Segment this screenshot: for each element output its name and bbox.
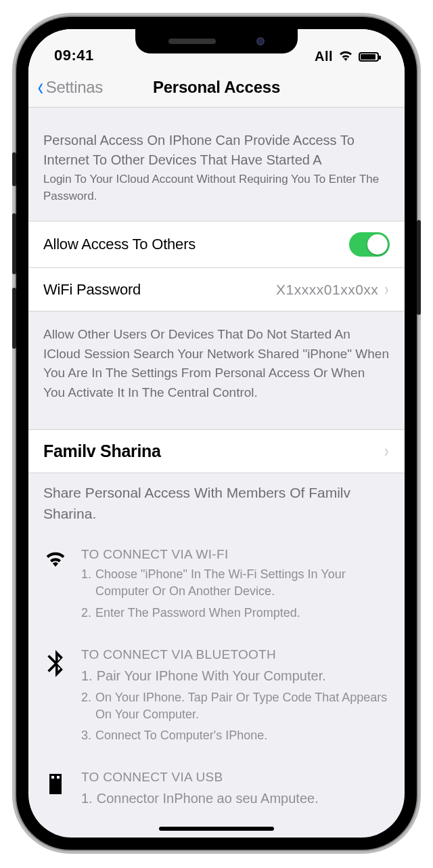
side-button (12, 213, 16, 274)
notch (135, 29, 298, 53)
status-carrier: All (315, 49, 333, 64)
allow-access-row[interactable]: Allow Access To Others (28, 221, 405, 268)
side-button (12, 288, 16, 349)
side-button (12, 152, 16, 186)
wifi-password-label: WiFi Password (43, 281, 141, 299)
wifi-password-value: X1xxxx01xx0xx (276, 282, 378, 298)
header-description: Personal Access On IPhone Can Provide Ac… (28, 108, 405, 221)
family-sharing-row[interactable]: Familv Sharina › (28, 429, 405, 473)
instruction-title: TO CONNECT VIA USB (81, 770, 390, 785)
instruction-step: On Your IPhone. Tap Pair Or Type Code Th… (95, 689, 390, 723)
wifi-password-row[interactable]: WiFi Password X1xxxx01xx0xx › (28, 268, 405, 311)
instruction-bluetooth: TO CONNECT VIA BLUETOOTH 1.Pair Your IPh… (43, 647, 390, 749)
instruction-usb: TO CONNECT VIA USB 1.Connector InPhone a… (43, 770, 390, 812)
allow-access-label: Allow Access To Others (43, 236, 196, 253)
instruction-step: Enter The Password When Prompted. (95, 605, 300, 622)
back-label: Settinas (46, 78, 103, 97)
header-line: Login To Your ICloud Account Without Req… (43, 171, 390, 204)
status-time: 09:41 (54, 47, 94, 64)
instruction-step: Choose "iPhone" In The Wi-Fi Settings In… (95, 566, 390, 600)
back-button[interactable]: ‹ Settinas (28, 75, 103, 100)
content[interactable]: Personal Access On IPhone Can Provide Ac… (28, 108, 405, 838)
allow-access-footer: Allow Other Users Or Devices That Do Not… (28, 311, 405, 429)
chevron-right-icon: › (385, 279, 389, 300)
instruction-step: Connect To Computer's IPhone. (95, 727, 267, 744)
home-indicator[interactable] (159, 827, 274, 831)
battery-icon (359, 52, 379, 62)
instruction-wifi: TO CONNECT VIA WI-FI 1.Choose "iPhone" I… (43, 547, 390, 626)
front-camera (256, 37, 265, 45)
allow-access-toggle[interactable] (349, 232, 390, 257)
instruction-step: Pair Your IPhone With Your Computer. (97, 666, 326, 685)
speaker (168, 39, 216, 44)
status-right: All (315, 49, 379, 64)
family-sharing-label: Familv Sharina (43, 441, 161, 461)
side-button (417, 220, 421, 315)
usb-icon (43, 770, 68, 812)
instruction-step: Connector InPhone ao seu Amputee. (97, 789, 319, 808)
header-line: Personal Access On IPhone Can Provide Ac… (43, 131, 390, 170)
chevron-right-icon: › (385, 441, 389, 462)
chevron-left-icon: ‹ (38, 75, 43, 100)
screen: 09:41 All ‹ Settinas Personal Access Per… (28, 29, 405, 838)
phone-frame: 09:41 All ‹ Settinas Personal Access Per… (16, 17, 417, 850)
instruction-title: TO CONNECT VIA WI-FI (81, 547, 390, 562)
wifi-icon (338, 49, 353, 64)
family-sharing-footer: Share Personal Access With Members Of Fa… (28, 473, 405, 542)
wifi-icon (43, 547, 68, 626)
instruction-title: TO CONNECT VIA BLUETOOTH (81, 647, 390, 662)
nav-bar: ‹ Settinas Personal Access (28, 67, 405, 108)
bluetooth-icon (43, 647, 68, 749)
instructions: TO CONNECT VIA WI-FI 1.Choose "iPhone" I… (28, 542, 405, 812)
